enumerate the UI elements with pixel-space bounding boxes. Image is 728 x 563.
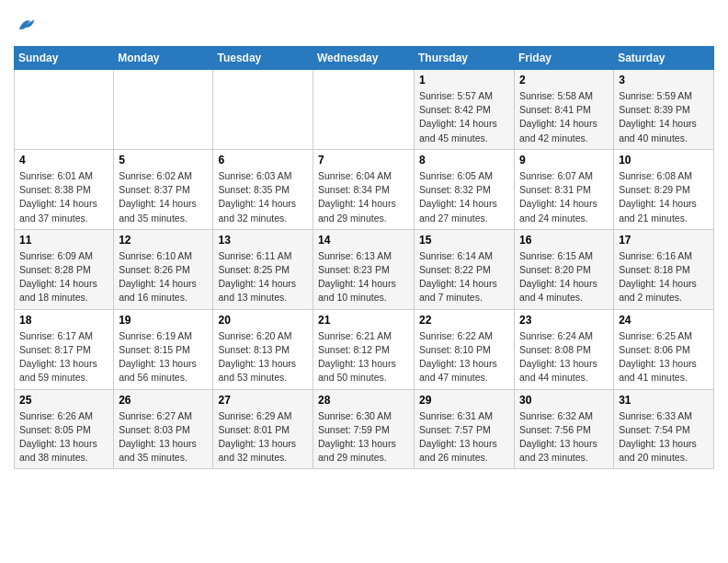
- day-info: Sunrise: 6:09 AM Sunset: 8:28 PM Dayligh…: [19, 249, 108, 305]
- calendar-header-row: SundayMondayTuesdayWednesdayThursdayFrid…: [15, 47, 714, 70]
- day-number: 14: [318, 234, 409, 247]
- day-number: 26: [119, 394, 208, 407]
- day-info: Sunrise: 6:01 AM Sunset: 8:38 PM Dayligh…: [19, 169, 108, 225]
- calendar-cell: [213, 70, 313, 150]
- calendar-cell: 15Sunrise: 6:14 AM Sunset: 8:22 PM Dayli…: [415, 229, 515, 309]
- calendar-cell: 5Sunrise: 6:02 AM Sunset: 8:37 PM Daylig…: [114, 149, 213, 229]
- calendar-cell: 1Sunrise: 5:57 AM Sunset: 8:42 PM Daylig…: [415, 70, 515, 150]
- day-number: 9: [519, 154, 609, 167]
- day-info: Sunrise: 6:14 AM Sunset: 8:22 PM Dayligh…: [419, 249, 509, 305]
- calendar-cell: 9Sunrise: 6:07 AM Sunset: 8:31 PM Daylig…: [515, 149, 614, 229]
- calendar-cell: 24Sunrise: 6:25 AM Sunset: 8:06 PM Dayli…: [614, 309, 714, 389]
- day-info: Sunrise: 6:13 AM Sunset: 8:23 PM Dayligh…: [318, 249, 409, 305]
- calendar-cell: 18Sunrise: 6:17 AM Sunset: 8:17 PM Dayli…: [15, 309, 114, 389]
- header-wednesday: Wednesday: [313, 47, 415, 70]
- day-info: Sunrise: 6:30 AM Sunset: 7:59 PM Dayligh…: [318, 409, 409, 465]
- calendar-cell: 22Sunrise: 6:22 AM Sunset: 8:10 PM Dayli…: [415, 309, 515, 389]
- logo-text: [14, 14, 36, 39]
- calendar-cell: 7Sunrise: 6:04 AM Sunset: 8:34 PM Daylig…: [313, 149, 415, 229]
- calendar-cell: 31Sunrise: 6:33 AM Sunset: 7:54 PM Dayli…: [614, 389, 714, 469]
- day-info: Sunrise: 6:21 AM Sunset: 8:12 PM Dayligh…: [318, 329, 409, 385]
- day-number: 2: [519, 74, 609, 86]
- day-number: 22: [419, 314, 509, 327]
- header-thursday: Thursday: [415, 47, 515, 70]
- day-info: Sunrise: 6:10 AM Sunset: 8:26 PM Dayligh…: [119, 249, 208, 305]
- day-number: 18: [19, 314, 108, 327]
- calendar-week-row: 11Sunrise: 6:09 AM Sunset: 8:28 PM Dayli…: [15, 229, 714, 309]
- day-number: 5: [119, 154, 208, 167]
- day-info: Sunrise: 5:58 AM Sunset: 8:41 PM Dayligh…: [519, 89, 609, 145]
- calendar-cell: 29Sunrise: 6:31 AM Sunset: 7:57 PM Dayli…: [415, 389, 515, 469]
- day-info: Sunrise: 6:22 AM Sunset: 8:10 PM Dayligh…: [419, 329, 509, 385]
- calendar-week-row: 1Sunrise: 5:57 AM Sunset: 8:42 PM Daylig…: [15, 70, 714, 150]
- day-number: 16: [519, 234, 609, 247]
- calendar-cell: 16Sunrise: 6:15 AM Sunset: 8:20 PM Dayli…: [515, 229, 614, 309]
- header-sunday: Sunday: [15, 47, 114, 70]
- day-number: 11: [19, 234, 108, 247]
- calendar-cell: 28Sunrise: 6:30 AM Sunset: 7:59 PM Dayli…: [313, 389, 415, 469]
- day-number: 13: [218, 234, 308, 247]
- calendar-cell: 21Sunrise: 6:21 AM Sunset: 8:12 PM Dayli…: [313, 309, 415, 389]
- day-info: Sunrise: 5:57 AM Sunset: 8:42 PM Dayligh…: [419, 89, 509, 145]
- calendar-cell: 20Sunrise: 6:20 AM Sunset: 8:13 PM Dayli…: [213, 309, 313, 389]
- day-number: 7: [318, 154, 409, 167]
- day-number: 15: [419, 234, 509, 247]
- calendar-cell: 10Sunrise: 6:08 AM Sunset: 8:29 PM Dayli…: [614, 149, 714, 229]
- day-number: 4: [19, 154, 108, 167]
- day-info: Sunrise: 6:31 AM Sunset: 7:57 PM Dayligh…: [419, 409, 509, 465]
- day-info: Sunrise: 6:26 AM Sunset: 8:05 PM Dayligh…: [19, 409, 108, 465]
- calendar-cell: 17Sunrise: 6:16 AM Sunset: 8:18 PM Dayli…: [614, 229, 714, 309]
- calendar-cell: 23Sunrise: 6:24 AM Sunset: 8:08 PM Dayli…: [515, 309, 614, 389]
- day-info: Sunrise: 6:07 AM Sunset: 8:31 PM Dayligh…: [519, 169, 609, 225]
- day-info: Sunrise: 6:33 AM Sunset: 7:54 PM Dayligh…: [619, 409, 709, 465]
- day-number: 29: [419, 394, 509, 407]
- day-info: Sunrise: 6:20 AM Sunset: 8:13 PM Dayligh…: [218, 329, 308, 385]
- day-number: 17: [619, 234, 709, 247]
- day-info: Sunrise: 6:27 AM Sunset: 8:03 PM Dayligh…: [119, 409, 208, 465]
- calendar-table: SundayMondayTuesdayWednesdayThursdayFrid…: [14, 46, 714, 469]
- calendar-week-row: 18Sunrise: 6:17 AM Sunset: 8:17 PM Dayli…: [15, 309, 714, 389]
- day-info: Sunrise: 6:24 AM Sunset: 8:08 PM Dayligh…: [519, 329, 609, 385]
- calendar-cell: 25Sunrise: 6:26 AM Sunset: 8:05 PM Dayli…: [15, 389, 114, 469]
- day-number: 6: [218, 154, 308, 167]
- calendar-week-row: 4Sunrise: 6:01 AM Sunset: 8:38 PM Daylig…: [15, 149, 714, 229]
- calendar-cell: 3Sunrise: 5:59 AM Sunset: 8:39 PM Daylig…: [614, 70, 714, 150]
- day-info: Sunrise: 6:05 AM Sunset: 8:32 PM Dayligh…: [419, 169, 509, 225]
- day-info: Sunrise: 6:03 AM Sunset: 8:35 PM Dayligh…: [218, 169, 308, 225]
- day-number: 25: [19, 394, 108, 407]
- calendar-cell: 14Sunrise: 6:13 AM Sunset: 8:23 PM Dayli…: [313, 229, 415, 309]
- logo-bird-icon: [16, 14, 36, 34]
- day-info: Sunrise: 6:25 AM Sunset: 8:06 PM Dayligh…: [619, 329, 709, 385]
- day-info: Sunrise: 5:59 AM Sunset: 8:39 PM Dayligh…: [619, 89, 709, 145]
- day-info: Sunrise: 6:02 AM Sunset: 8:37 PM Dayligh…: [119, 169, 208, 225]
- day-info: Sunrise: 6:19 AM Sunset: 8:15 PM Dayligh…: [119, 329, 208, 385]
- calendar-cell: 26Sunrise: 6:27 AM Sunset: 8:03 PM Dayli…: [114, 389, 213, 469]
- page-header: [14, 9, 714, 39]
- calendar-cell: 13Sunrise: 6:11 AM Sunset: 8:25 PM Dayli…: [213, 229, 313, 309]
- calendar-cell: 12Sunrise: 6:10 AM Sunset: 8:26 PM Dayli…: [114, 229, 213, 309]
- day-number: 30: [519, 394, 609, 407]
- day-info: Sunrise: 6:04 AM Sunset: 8:34 PM Dayligh…: [318, 169, 409, 225]
- day-info: Sunrise: 6:11 AM Sunset: 8:25 PM Dayligh…: [218, 249, 308, 305]
- day-number: 21: [318, 314, 409, 327]
- day-number: 3: [619, 74, 709, 86]
- day-number: 20: [218, 314, 308, 327]
- day-number: 10: [619, 154, 709, 167]
- day-number: 12: [119, 234, 208, 247]
- calendar-cell: 11Sunrise: 6:09 AM Sunset: 8:28 PM Dayli…: [15, 229, 114, 309]
- day-number: 23: [519, 314, 609, 327]
- calendar-cell: 27Sunrise: 6:29 AM Sunset: 8:01 PM Dayli…: [213, 389, 313, 469]
- calendar-cell: 8Sunrise: 6:05 AM Sunset: 8:32 PM Daylig…: [415, 149, 515, 229]
- header-monday: Monday: [114, 47, 213, 70]
- day-number: 19: [119, 314, 208, 327]
- calendar-cell: [114, 70, 213, 150]
- day-info: Sunrise: 6:29 AM Sunset: 8:01 PM Dayligh…: [218, 409, 308, 465]
- calendar-week-row: 25Sunrise: 6:26 AM Sunset: 8:05 PM Dayli…: [15, 389, 714, 469]
- calendar-cell: 4Sunrise: 6:01 AM Sunset: 8:38 PM Daylig…: [15, 149, 114, 229]
- day-info: Sunrise: 6:08 AM Sunset: 8:29 PM Dayligh…: [619, 169, 709, 225]
- day-number: 1: [419, 74, 509, 86]
- calendar-cell: 30Sunrise: 6:32 AM Sunset: 7:56 PM Dayli…: [515, 389, 614, 469]
- day-info: Sunrise: 6:15 AM Sunset: 8:20 PM Dayligh…: [519, 249, 609, 305]
- calendar-cell: 2Sunrise: 5:58 AM Sunset: 8:41 PM Daylig…: [515, 70, 614, 150]
- header-tuesday: Tuesday: [213, 47, 313, 70]
